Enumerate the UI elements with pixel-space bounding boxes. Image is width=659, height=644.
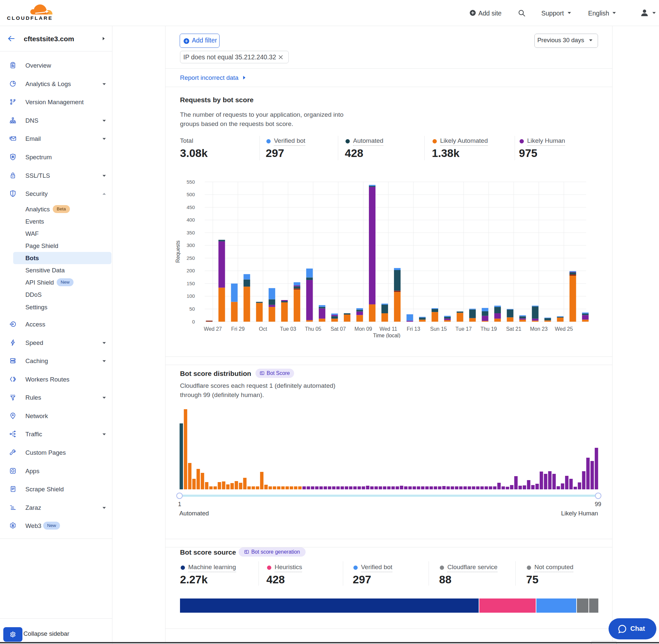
svg-text:Thu 19: Thu 19 xyxy=(480,326,497,332)
svg-text:Tue 03: Tue 03 xyxy=(280,326,296,332)
svg-text:150: 150 xyxy=(187,281,195,286)
svg-text:Sat 07: Sat 07 xyxy=(331,326,346,332)
svg-text:Requests: Requests xyxy=(175,240,181,263)
svg-text:Mon 23: Mon 23 xyxy=(530,326,547,332)
svg-text:Sat 21: Sat 21 xyxy=(506,326,521,332)
svg-text:Wed 27: Wed 27 xyxy=(204,326,222,332)
svg-text:Mon 09: Mon 09 xyxy=(354,326,372,332)
svg-text:0: 0 xyxy=(192,319,195,324)
svg-text:350: 350 xyxy=(187,230,195,235)
svg-text:100: 100 xyxy=(187,293,195,299)
svg-text:50: 50 xyxy=(189,306,195,312)
svg-text:Thu 05: Thu 05 xyxy=(305,326,322,332)
svg-text:400: 400 xyxy=(187,217,195,223)
svg-text:250: 250 xyxy=(187,255,195,261)
svg-text:300: 300 xyxy=(187,243,195,248)
svg-text:450: 450 xyxy=(187,204,195,210)
svg-text:Fri 13: Fri 13 xyxy=(407,326,420,332)
svg-text:200: 200 xyxy=(187,268,195,273)
svg-text:Time (local): Time (local) xyxy=(373,333,401,338)
svg-text:Fri 29: Fri 29 xyxy=(231,326,244,332)
svg-text:Oct: Oct xyxy=(259,326,267,332)
svg-text:Tue 17: Tue 17 xyxy=(455,326,472,332)
svg-text:550: 550 xyxy=(187,179,195,185)
svg-text:Wed 25: Wed 25 xyxy=(555,326,573,332)
svg-text:500: 500 xyxy=(187,191,195,197)
svg-text:Sun 15: Sun 15 xyxy=(430,326,447,332)
svg-text:Wed 11: Wed 11 xyxy=(379,326,397,332)
